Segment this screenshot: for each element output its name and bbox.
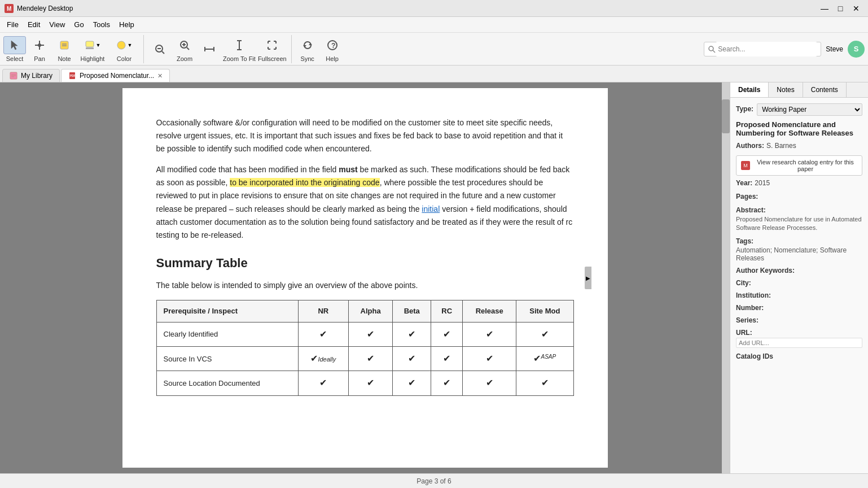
note-button[interactable] — [53, 36, 76, 54]
author-keywords-row: Author Keywords: — [736, 267, 862, 274]
svg-point-2 — [38, 43, 41, 47]
menu-bar: File Edit View Go Tools Help — [0, 17, 868, 33]
row0-beta: ✔ — [393, 322, 431, 346]
pdf-viewer: Occasionally software &/or configuration… — [0, 82, 730, 473]
view-research-label: View research catalog entry for this pap… — [753, 159, 857, 172]
row1-label: Source In VCS — [156, 347, 298, 371]
main-area: Occasionally software &/or configuration… — [0, 82, 868, 473]
col-header-1: NR — [298, 300, 348, 322]
highlight-tool-group: ▼ Highlight — [78, 36, 107, 62]
svg-text:?: ? — [331, 42, 335, 50]
panel-content: Type: Working Paper Journal Article Conf… — [730, 98, 868, 473]
pan-button[interactable] — [28, 36, 51, 54]
help-button[interactable]: ? — [321, 36, 344, 54]
zoom-in-button[interactable] — [173, 36, 196, 54]
pages-label: Pages: — [736, 193, 758, 201]
summary-heading: Summary Table — [156, 253, 574, 273]
menu-go[interactable]: Go — [69, 18, 88, 31]
color-label: Color — [117, 55, 131, 62]
type-select[interactable]: Working Paper Journal Article Conference… — [757, 103, 862, 116]
menu-help[interactable]: Help — [115, 18, 139, 31]
institution-row: Institution: — [736, 291, 862, 299]
authors-value: S. Barnes — [766, 142, 796, 151]
close-button[interactable]: ✕ — [849, 3, 863, 14]
fit-height-button[interactable] — [228, 36, 251, 54]
document-tab-label: Proposed Nomenclatur... — [80, 72, 154, 80]
notes-tab[interactable]: Notes — [769, 82, 803, 97]
title-bar: M Mendeley Desktop — □ ✕ — [0, 0, 868, 17]
row1-rc: ✔ — [431, 347, 463, 371]
fullscreen-button[interactable] — [261, 36, 283, 54]
year-label: Year: — [736, 179, 752, 187]
summary-table: Prerequisite / Inspect NR Alpha Beta RC … — [156, 300, 574, 396]
scrollbar-thumb[interactable] — [722, 99, 730, 133]
row1-release: ✔ — [463, 347, 516, 371]
library-tab-label: My Library — [21, 72, 52, 80]
zoom-label: Zoom — [177, 55, 192, 62]
details-tab[interactable]: Details — [730, 82, 769, 97]
view-research-button[interactable]: M View research catalog entry for this p… — [736, 155, 862, 176]
type-label: Type: — [736, 105, 753, 113]
row0-alpha: ✔ — [348, 322, 392, 346]
maximize-button[interactable]: □ — [833, 3, 848, 14]
col-header-6: Site Mod — [516, 300, 573, 322]
menu-view[interactable]: View — [45, 18, 69, 31]
document-tab[interactable]: PDF Proposed Nomenclatur... ✕ — [61, 69, 170, 82]
row2-nr: ✔ — [298, 371, 348, 395]
sync-group: Sync — [296, 36, 319, 62]
institution-label: Institution: — [736, 291, 862, 299]
search-icon — [708, 45, 716, 53]
paragraph-1: Occasionally software &/or configuration… — [156, 116, 574, 155]
select-button[interactable] — [3, 36, 26, 54]
para2-initial: initial — [422, 204, 440, 213]
row2-alpha: ✔ — [348, 371, 392, 395]
row1-beta: ✔ — [393, 347, 431, 371]
window-title: Mendeley Desktop — [17, 5, 817, 12]
library-tab[interactable]: My Library — [2, 69, 60, 82]
zoom-out-button[interactable] — [148, 40, 171, 58]
page-info: Page 3 of 6 — [417, 477, 451, 485]
separator-2 — [291, 35, 292, 63]
menu-file[interactable]: File — [2, 18, 23, 31]
search-input[interactable] — [716, 42, 817, 56]
fullscreen-group: Fullscreen — [258, 36, 287, 62]
username-label: Steve — [826, 45, 843, 53]
pdf-scroll-area[interactable]: Occasionally software &/or configuration… — [0, 82, 730, 473]
row1-nr: ✔Ideally — [298, 347, 348, 371]
catalog-ids-row: Catalog IDs — [736, 352, 862, 360]
url-label: URL: — [736, 329, 862, 337]
zoom-in-group: Zoom — [173, 36, 196, 62]
number-row: Number: — [736, 304, 862, 312]
svg-line-15 — [187, 47, 189, 50]
status-bar: Page 3 of 6 — [0, 473, 868, 488]
highlight-dropdown[interactable]: ▼ — [78, 36, 107, 54]
pdf-icon: PDF — [68, 72, 76, 80]
pages-row: Pages: — [736, 193, 862, 202]
svg-marker-23 — [303, 45, 306, 47]
contents-tab[interactable]: Contents — [803, 82, 847, 97]
tags-label: Tags: — [736, 237, 862, 245]
select-label: Select — [6, 55, 24, 62]
color-dropdown[interactable]: ▼ — [109, 36, 139, 54]
search-area: Steve S — [704, 41, 865, 58]
svg-rect-6 — [86, 41, 94, 47]
close-tab-button[interactable]: ✕ — [157, 72, 163, 80]
abstract-label: Abstract: — [736, 206, 862, 214]
row2-label: Source Location Documented — [156, 371, 298, 395]
menu-tools[interactable]: Tools — [89, 18, 115, 31]
author-keywords-label: Author Keywords: — [736, 267, 862, 274]
right-panel: Details Notes Contents Type: Working Pap… — [730, 82, 868, 473]
row0-label: Clearly Identified — [156, 322, 298, 346]
panel-collapse-button[interactable]: ▶ — [585, 267, 591, 289]
url-input[interactable] — [736, 338, 862, 348]
sync-button[interactable] — [296, 36, 319, 54]
number-label: Number: — [736, 304, 862, 312]
abstract-row: Abstract: Proposed Nomenclature for use … — [736, 206, 862, 233]
fit-width-button[interactable] — [198, 40, 221, 58]
menu-edit[interactable]: Edit — [23, 18, 45, 31]
scrollbar-track[interactable] — [722, 82, 730, 473]
para2-must: must — [339, 165, 357, 174]
library-icon — [10, 72, 17, 80]
minimize-button[interactable]: — — [817, 3, 832, 14]
series-label: Series: — [736, 316, 862, 324]
